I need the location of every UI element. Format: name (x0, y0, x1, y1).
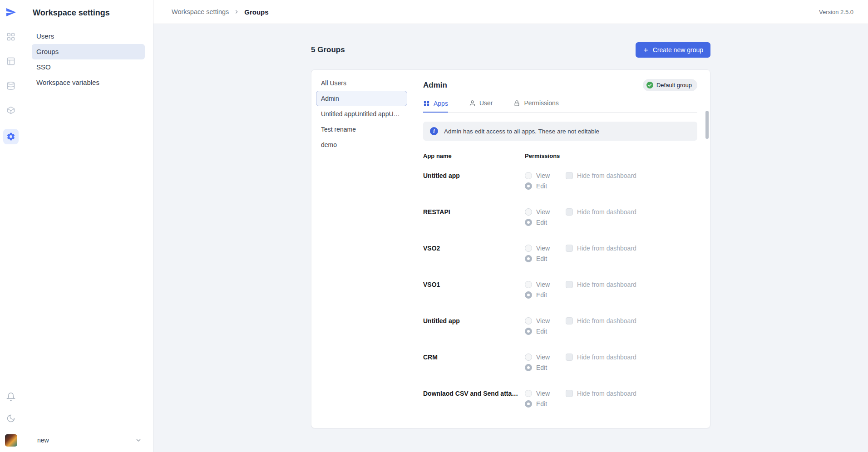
hide-checkbox[interactable] (566, 172, 573, 179)
view-line: View Hide from dashboard (525, 281, 697, 288)
hide-checkbox[interactable] (566, 354, 573, 361)
default-group-badge: Default group (643, 79, 697, 91)
app-logo[interactable] (5, 6, 17, 18)
view-line: View Hide from dashboard (525, 245, 697, 252)
edit-radio[interactable] (525, 219, 532, 226)
view-line: View Hide from dashboard (525, 390, 697, 397)
view-radio[interactable] (525, 172, 532, 179)
create-group-button[interactable]: Create new group (636, 42, 710, 58)
app-name: CRM (423, 354, 525, 383)
breadcrumb-root[interactable]: Workspace settings (172, 8, 229, 15)
permissions-cell: View Hide from dashboard Edit (525, 172, 697, 201)
group-title: Admin (423, 81, 447, 90)
groups-card: All Users Admin Untitled appUntitled app… (311, 69, 710, 428)
group-list: All Users Admin Untitled appUntitled app… (311, 70, 412, 428)
edit-line: Edit (525, 255, 697, 262)
edit-radio[interactable] (525, 182, 532, 190)
group-list-item[interactable]: All Users (316, 75, 407, 91)
table-row: Untitled app View Hide from dashboard (423, 310, 697, 347)
tab-apps[interactable]: Apps (423, 99, 448, 113)
lock-icon (513, 100, 520, 107)
hide-from-dashboard: Hide from dashboard (566, 390, 636, 397)
hide-checkbox[interactable] (566, 390, 573, 397)
sidebar-item[interactable]: Groups (32, 44, 145, 59)
view-label: View (536, 354, 550, 361)
scrollbar-thumb[interactable] (705, 111, 709, 139)
view-line: View Hide from dashboard (525, 317, 697, 324)
theme-toggle-icon[interactable] (5, 413, 17, 424)
table-row: VSO2 View Hide from dashboard (423, 238, 697, 274)
info-banner: i Admin has edit access to all apps. The… (423, 122, 697, 141)
green-check-icon (646, 82, 653, 88)
avatar[interactable] (5, 434, 17, 447)
hide-checkbox[interactable] (566, 317, 573, 324)
app-name: Untitled app (423, 172, 525, 201)
group-list-item[interactable]: Test rename (316, 122, 407, 137)
permissions-cell: View Hide from dashboard Edit (525, 245, 697, 274)
edit-radio[interactable] (525, 364, 532, 371)
app-name: Downlaod CSV and Send attac… (423, 390, 525, 419)
app-name: RESTAPI (423, 208, 525, 238)
view-radio[interactable] (525, 317, 532, 324)
table-row: CRM View Hide from dashboard (423, 347, 697, 383)
edit-radio[interactable] (525, 255, 532, 262)
hide-label: Hide from dashboard (577, 172, 636, 179)
sidebar-title: Workspace settings (32, 8, 145, 18)
apps-icon[interactable] (5, 31, 17, 43)
settings-icon[interactable] (3, 129, 19, 144)
app-name: Untitled app (423, 317, 525, 347)
apps-table-header: App name Permissions (423, 152, 697, 165)
default-group-label: Default group (656, 82, 692, 88)
rail-nav (3, 31, 19, 144)
notifications-icon[interactable] (5, 391, 17, 403)
settings-sidebar: Workspace settings Users Groups SSO Work… (22, 0, 153, 452)
view-radio[interactable] (525, 390, 532, 397)
marketplace-icon[interactable] (5, 104, 17, 116)
sidebar-menu: Users Groups SSO Workspace variables (32, 29, 145, 90)
view-line: View Hide from dashboard (525, 354, 697, 361)
detail-tabs: Apps User Permissions (423, 99, 697, 113)
apps-grid-icon (423, 100, 430, 107)
hide-checkbox[interactable] (566, 245, 573, 252)
icon-rail (0, 0, 22, 452)
sidebar-item[interactable]: Users (32, 29, 145, 44)
table-row: Untitled app View Hide from dashboard (423, 165, 697, 201)
view-radio[interactable] (525, 208, 532, 216)
permissions-cell: View Hide from dashboard Edit (525, 390, 697, 419)
group-list-item[interactable]: demo (316, 137, 407, 152)
tab-user-label: User (479, 99, 493, 107)
view-radio[interactable] (525, 281, 532, 288)
group-list-item[interactable]: Untitled appUntitled appUntitle… (316, 106, 407, 122)
editor-icon[interactable] (5, 55, 17, 67)
database-icon[interactable] (5, 80, 17, 92)
edit-radio[interactable] (525, 291, 532, 299)
hide-from-dashboard: Hide from dashboard (566, 208, 636, 216)
group-list-item[interactable]: Admin (316, 91, 407, 106)
hide-checkbox[interactable] (566, 208, 573, 216)
view-radio[interactable] (525, 245, 532, 252)
edit-label: Edit (536, 182, 547, 190)
hide-label: Hide from dashboard (577, 208, 636, 216)
sidebar-item[interactable]: Workspace variables (32, 75, 145, 90)
permissions-cell: View Hide from dashboard Edit (525, 208, 697, 238)
edit-label: Edit (536, 219, 547, 226)
hide-label: Hide from dashboard (577, 245, 636, 252)
workspace-name: new (37, 437, 49, 444)
view-label: View (536, 172, 550, 179)
create-group-label: Create new group (653, 46, 703, 54)
hide-from-dashboard: Hide from dashboard (566, 245, 636, 252)
edit-radio[interactable] (525, 400, 532, 408)
tab-apps-label: Apps (434, 100, 448, 107)
plus-icon (643, 47, 649, 53)
view-radio[interactable] (525, 354, 532, 361)
edit-radio[interactable] (525, 328, 532, 335)
tab-user[interactable]: User (469, 99, 493, 112)
edit-line: Edit (525, 291, 697, 299)
edit-label: Edit (536, 328, 547, 335)
hide-checkbox[interactable] (566, 281, 573, 288)
sidebar-item[interactable]: SSO (32, 59, 145, 75)
edit-label: Edit (536, 400, 547, 408)
workspace-switcher[interactable]: new (32, 434, 145, 444)
info-icon: i (430, 127, 438, 135)
tab-permissions[interactable]: Permissions (513, 99, 558, 112)
